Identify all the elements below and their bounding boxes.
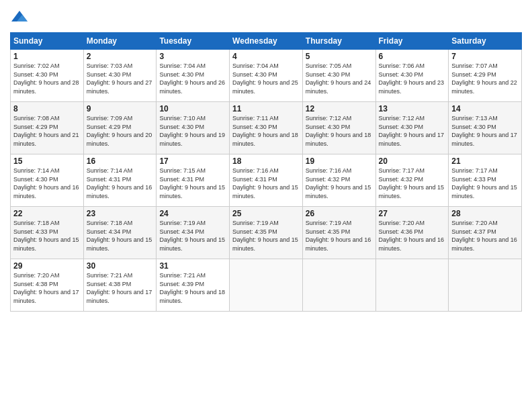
column-header-wednesday: Wednesday [230,33,303,50]
calendar-cell: 14 Sunrise: 7:13 AMSunset: 4:30 PMDaylig… [449,102,522,154]
column-header-sunday: Sunday [11,33,84,50]
day-number: 15 [13,156,81,166]
calendar-table: SundayMondayTuesdayWednesdayThursdayFrid… [10,32,522,312]
calendar-cell: 27 Sunrise: 7:20 AMSunset: 4:36 PMDaylig… [375,207,449,259]
day-info: Sunrise: 7:04 AMSunset: 4:30 PMDaylight:… [232,62,298,95]
day-info: Sunrise: 7:18 AMSunset: 4:33 PMDaylight:… [13,220,79,252]
day-info: Sunrise: 7:12 AMSunset: 4:30 PMDaylight:… [379,115,445,147]
calendar-cell: 18 Sunrise: 7:16 AMSunset: 4:31 PMDaylig… [230,154,303,207]
calendar-page: SundayMondayTuesdayWednesdayThursdayFrid… [0,0,532,411]
day-info: Sunrise: 7:20 AMSunset: 4:38 PMDaylight:… [13,272,79,304]
day-number: 28 [451,209,519,218]
day-info: Sunrise: 7:17 AMSunset: 4:33 PMDaylight:… [451,167,517,199]
calendar-cell: 29 Sunrise: 7:20 AMSunset: 4:38 PMDaylig… [11,259,84,312]
calendar-cell: 5 Sunrise: 7:05 AMSunset: 4:30 PMDayligh… [302,50,375,102]
day-info: Sunrise: 7:07 AMSunset: 4:29 PMDaylight:… [451,62,517,95]
day-number: 19 [306,156,373,166]
day-number: 21 [451,156,519,166]
day-info: Sunrise: 7:15 AMSunset: 4:31 PMDaylight:… [159,167,225,199]
day-number: 14 [451,104,519,113]
day-number: 1 [13,52,81,61]
calendar-cell: 9 Sunrise: 7:09 AMSunset: 4:29 PMDayligh… [83,102,157,154]
day-info: Sunrise: 7:16 AMSunset: 4:32 PMDaylight:… [306,167,371,199]
day-info: Sunrise: 7:09 AMSunset: 4:29 PMDaylight:… [87,115,152,147]
day-info: Sunrise: 7:05 AMSunset: 4:30 PMDaylight:… [306,62,371,95]
column-header-saturday: Saturday [449,33,522,50]
calendar-cell: 8 Sunrise: 7:08 AMSunset: 4:29 PMDayligh… [11,102,84,154]
day-number: 7 [451,52,519,61]
day-number: 20 [379,156,446,166]
calendar-cell: 1 Sunrise: 7:02 AMSunset: 4:30 PMDayligh… [11,50,84,102]
day-number: 23 [87,209,154,218]
day-info: Sunrise: 7:21 AMSunset: 4:39 PMDaylight:… [159,272,225,304]
header-row: SundayMondayTuesdayWednesdayThursdayFrid… [11,33,522,50]
day-number: 5 [306,52,373,61]
column-header-monday: Monday [83,33,157,50]
calendar-cell [302,259,375,312]
calendar-cell: 2 Sunrise: 7:03 AMSunset: 4:30 PMDayligh… [83,50,157,102]
calendar-cell [449,259,522,312]
day-number: 8 [13,104,81,113]
column-header-thursday: Thursday [302,33,375,50]
calendar-cell: 13 Sunrise: 7:12 AMSunset: 4:30 PMDaylig… [375,102,449,154]
calendar-cell: 30 Sunrise: 7:21 AMSunset: 4:38 PMDaylig… [83,259,157,312]
day-info: Sunrise: 7:06 AMSunset: 4:30 PMDaylight:… [379,62,445,95]
day-number: 27 [379,209,446,218]
day-info: Sunrise: 7:19 AMSunset: 4:35 PMDaylight:… [306,220,371,252]
logo [10,9,32,28]
calendar-cell: 25 Sunrise: 7:19 AMSunset: 4:35 PMDaylig… [230,207,303,259]
day-number: 10 [159,104,226,113]
day-info: Sunrise: 7:12 AMSunset: 4:30 PMDaylight:… [306,115,371,147]
calendar-cell: 6 Sunrise: 7:06 AMSunset: 4:30 PMDayligh… [375,50,449,102]
day-info: Sunrise: 7:17 AMSunset: 4:32 PMDaylight:… [379,167,445,199]
calendar-cell: 17 Sunrise: 7:15 AMSunset: 4:31 PMDaylig… [157,154,230,207]
day-info: Sunrise: 7:19 AMSunset: 4:34 PMDaylight:… [159,220,225,252]
calendar-cell: 22 Sunrise: 7:18 AMSunset: 4:33 PMDaylig… [11,207,84,259]
day-number: 17 [159,156,226,166]
day-number: 11 [232,104,300,113]
day-info: Sunrise: 7:19 AMSunset: 4:35 PMDaylight:… [232,220,298,252]
day-info: Sunrise: 7:13 AMSunset: 4:30 PMDaylight:… [451,115,517,147]
calendar-cell: 24 Sunrise: 7:19 AMSunset: 4:34 PMDaylig… [157,207,230,259]
day-number: 30 [87,261,154,271]
calendar-cell: 3 Sunrise: 7:04 AMSunset: 4:30 PMDayligh… [157,50,230,102]
day-number: 22 [13,209,81,218]
day-info: Sunrise: 7:14 AMSunset: 4:30 PMDaylight:… [13,167,79,199]
week-row-3: 15 Sunrise: 7:14 AMSunset: 4:30 PMDaylig… [11,154,522,207]
week-row-4: 22 Sunrise: 7:18 AMSunset: 4:33 PMDaylig… [11,207,522,259]
day-info: Sunrise: 7:10 AMSunset: 4:30 PMDaylight:… [159,115,225,147]
day-info: Sunrise: 7:21 AMSunset: 4:38 PMDaylight:… [87,272,152,304]
calendar-cell: 26 Sunrise: 7:19 AMSunset: 4:35 PMDaylig… [302,207,375,259]
day-number: 24 [159,209,226,218]
week-row-1: 1 Sunrise: 7:02 AMSunset: 4:30 PMDayligh… [11,50,522,102]
day-number: 6 [379,52,446,61]
calendar-cell: 20 Sunrise: 7:17 AMSunset: 4:32 PMDaylig… [375,154,449,207]
day-number: 31 [159,261,226,271]
calendar-cell: 15 Sunrise: 7:14 AMSunset: 4:30 PMDaylig… [11,154,84,207]
calendar-cell [375,259,449,312]
day-info: Sunrise: 7:11 AMSunset: 4:30 PMDaylight:… [232,115,298,147]
day-number: 16 [87,156,154,166]
calendar-cell [230,259,303,312]
column-header-tuesday: Tuesday [157,33,230,50]
day-number: 2 [87,52,154,61]
day-number: 25 [232,209,300,218]
day-number: 3 [159,52,226,61]
calendar-cell: 10 Sunrise: 7:10 AMSunset: 4:30 PMDaylig… [157,102,230,154]
calendar-cell: 4 Sunrise: 7:04 AMSunset: 4:30 PMDayligh… [230,50,303,102]
header [10,7,522,28]
day-number: 9 [87,104,154,113]
day-number: 12 [306,104,373,113]
day-info: Sunrise: 7:18 AMSunset: 4:34 PMDaylight:… [87,220,152,252]
week-row-2: 8 Sunrise: 7:08 AMSunset: 4:29 PMDayligh… [11,102,522,154]
calendar-cell: 11 Sunrise: 7:11 AMSunset: 4:30 PMDaylig… [230,102,303,154]
calendar-cell: 12 Sunrise: 7:12 AMSunset: 4:30 PMDaylig… [302,102,375,154]
logo-icon [10,9,29,28]
day-info: Sunrise: 7:08 AMSunset: 4:29 PMDaylight:… [13,115,79,147]
day-number: 18 [232,156,300,166]
day-info: Sunrise: 7:20 AMSunset: 4:36 PMDaylight:… [379,220,445,252]
calendar-cell: 7 Sunrise: 7:07 AMSunset: 4:29 PMDayligh… [449,50,522,102]
day-info: Sunrise: 7:20 AMSunset: 4:37 PMDaylight:… [451,220,517,252]
column-header-friday: Friday [375,33,449,50]
day-info: Sunrise: 7:02 AMSunset: 4:30 PMDaylight:… [13,62,79,95]
